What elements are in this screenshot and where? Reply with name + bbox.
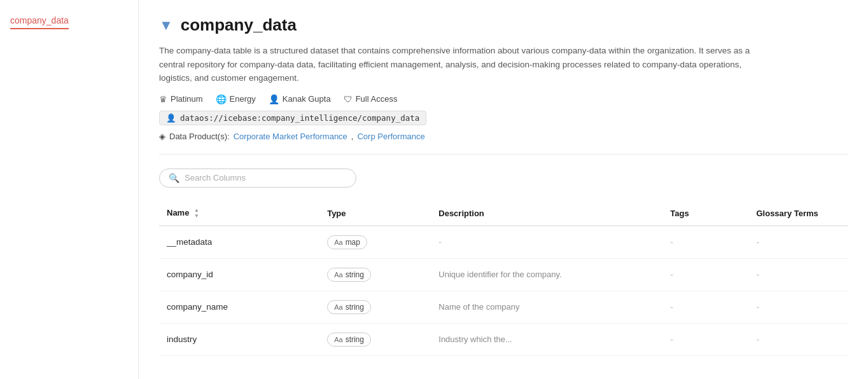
cell-name: __metadata [159,226,319,259]
type-value: string [346,335,364,344]
tier-icon: ♛ [159,94,167,104]
cell-type: Aa string [319,258,431,291]
search-box: 🔍 [159,169,356,188]
cell-glossary: - [748,291,848,323]
cell-type: Aa string [319,291,431,323]
cell-glossary: - [748,258,848,291]
table-header: Name ▲▼ Type Description Tags Glossary T… [159,202,848,226]
cell-description: Name of the company [431,291,662,323]
cell-name: company_id [159,258,319,291]
main-content: ▼ company_data The company-data table is… [139,0,868,379]
page-header: ▼ company_data [159,15,848,35]
search-icon: 🔍 [169,173,179,183]
access-icon: 🛡 [344,94,353,104]
funnel-icon: ▼ [159,17,173,34]
cell-tags: - [662,291,748,323]
owner-icon: 👤 [269,94,279,104]
desc-text: Name of the company [438,302,519,312]
path-value: dataos://icebase:company_intelligence/co… [180,113,419,123]
type-value: string [346,270,364,279]
divider [159,154,848,155]
type-aa-icon: Aa [334,336,342,343]
cell-name: company_name [159,291,319,323]
col-header-name[interactable]: Name ▲▼ [159,202,319,226]
tier-label: Platinum [171,94,203,104]
col-header-glossary: Glossary Terms [748,202,848,226]
sidebar-item-company-data[interactable]: company_data [10,13,69,29]
type-aa-icon: Aa [334,271,342,279]
data-products-row: ◈ Data Product(s): Corporate Market Perf… [159,132,848,141]
type-aa-icon: Aa [334,303,342,311]
type-value: map [346,238,360,247]
data-products-label: Data Product(s): [169,132,230,141]
type-badge: Aa string [327,300,371,314]
data-products-icon: ◈ [159,132,165,141]
page-title: company_data [181,15,297,35]
desc-text: Industry which the... [438,334,512,344]
meta-access: 🛡 Full Access [344,94,398,104]
cell-type: Aa map [319,226,431,259]
cell-tags: - [662,226,748,259]
table-row: __metadata Aa map - - - [159,226,848,259]
cell-description: - [431,226,662,259]
type-value: string [346,303,364,312]
col-header-type: Type [319,202,431,226]
sort-icon-name: ▲▼ [194,208,199,219]
cell-glossary: - [748,226,848,259]
desc-text: Unique identifier for the company. [438,270,561,279]
meta-domain: 🌐 Energy [216,94,256,104]
cell-glossary: - [748,323,848,355]
cell-name: industry [159,323,319,355]
col-header-description: Description [431,202,662,226]
table-row: company_id Aa string Unique identifier f… [159,258,848,291]
cell-description: Industry which the... [431,323,662,355]
type-badge: Aa string [327,268,371,282]
table-row: industry Aa string Industry which the...… [159,323,848,355]
meta-tier: ♛ Platinum [159,94,203,104]
cell-tags: - [662,323,748,355]
table-row: company_name Aa string Name of the compa… [159,291,848,323]
data-product-link-2[interactable]: Corp Performance [357,132,424,141]
cell-type: Aa string [319,323,431,355]
path-icon: 👤 [166,113,176,123]
meta-row: ♛ Platinum 🌐 Energy 👤 Kanak Gupta 🛡 Full… [159,94,848,104]
meta-owner: 👤 Kanak Gupta [269,94,331,104]
path-badge: 👤 dataos://icebase:company_intelligence/… [159,111,426,125]
search-input[interactable] [185,173,347,183]
domain-icon: 🌐 [216,94,227,104]
type-badge: Aa string [327,333,371,347]
type-badge: Aa map [327,235,367,249]
cell-description: Unique identifier for the company. [431,258,662,291]
col-header-tags: Tags [662,202,748,226]
table-description: The company-data table is a structured d… [159,44,770,85]
cell-tags: - [662,258,748,291]
sidebar: company_data [0,0,139,379]
type-aa-icon: Aa [334,238,342,246]
access-label: Full Access [356,94,398,104]
desc-dash: - [438,237,442,247]
columns-table: Name ▲▼ Type Description Tags Glossary T… [159,202,848,356]
owner-label: Kanak Gupta [283,94,331,104]
table-body: __metadata Aa map - - - company_id Aa [159,226,848,356]
domain-label: Energy [230,94,256,104]
search-wrapper: 🔍 [159,169,848,188]
data-product-link-1[interactable]: Corporate Market Performance [234,132,347,141]
